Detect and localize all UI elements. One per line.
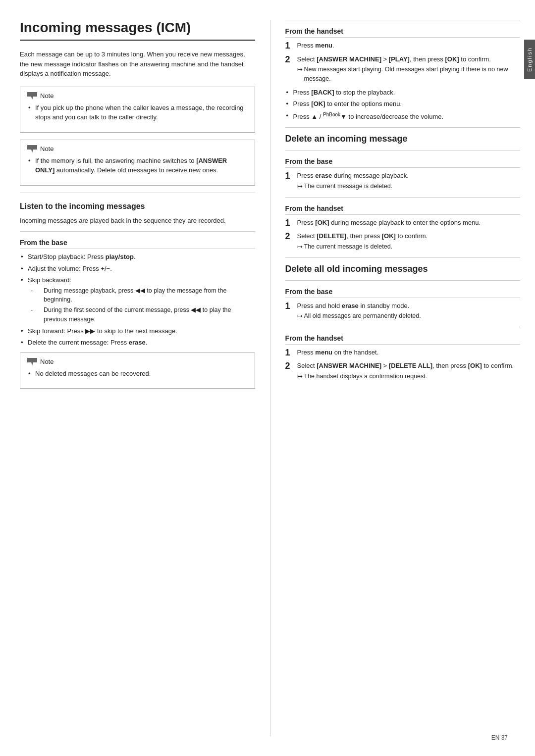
- step-sub: The current message is deleted.: [297, 242, 521, 252]
- handset1-bullets: Press [BACK] to stop the playback. Press…: [285, 88, 521, 122]
- note-header-2: Note: [27, 145, 248, 153]
- bullet-ok-options: Press [OK] to enter the options menu.: [285, 99, 521, 109]
- note-header-1: Note: [27, 92, 248, 100]
- step-content: Press [OK] during message playback to en…: [297, 218, 521, 229]
- step-num: 1: [285, 218, 293, 229]
- divider-3: [285, 127, 521, 128]
- base-delete-all-steps: 1 Press and hold erase in standby mode. …: [285, 301, 521, 321]
- page: English Incoming messages (ICM) Each mes…: [0, 0, 535, 756]
- note-text-1: If you pick up the phone when the caller…: [27, 103, 248, 122]
- left-column: Incoming messages (ICM) Each message can…: [20, 20, 270, 736]
- step-num: 1: [285, 41, 293, 51]
- bullet-back: Press [BACK] to stop the playback.: [285, 88, 521, 98]
- handset1-steps: 1 Press menu. 2 Select [ANSWER MACHINE] …: [285, 41, 521, 84]
- step-content: Press menu on the handset.: [297, 348, 521, 358]
- bullet-volume: Adjust the volume: Press +/−.: [20, 264, 255, 274]
- handset3-step-1: 1 Press menu on the handset.: [285, 348, 521, 358]
- note-header-3: Note: [27, 358, 248, 366]
- step-content: Select [ANSWER MACHINE] > [PLAY], then p…: [297, 54, 521, 84]
- delete-all-heading: Delete all old incoming messages: [285, 264, 521, 274]
- from-handset-1-heading: From the handset: [285, 27, 521, 38]
- right-top-divider: [285, 20, 521, 20]
- from-base-heading: From the base: [20, 239, 255, 249]
- skip-back-sub-1: During message playback, press ◀◀ to pla…: [36, 286, 255, 305]
- divider-1: [20, 193, 255, 193]
- handset2-step-2: 2 Select [DELETE], then press [OK] to co…: [285, 231, 521, 251]
- step-num: 1: [285, 171, 293, 191]
- listen-heading: Listen to the incoming messages: [20, 202, 255, 211]
- note-icon-2: [27, 145, 37, 153]
- handset2-steps: 1 Press [OK] during message playback to …: [285, 218, 521, 252]
- step-content: Select [DELETE], then press [OK] to conf…: [297, 231, 521, 251]
- skip-back-sub-2: During the first second of the current m…: [36, 305, 255, 324]
- listen-desc: Incoming messages are played back in the…: [20, 216, 255, 226]
- right-column: From the handset 1 Press menu. 2 Select …: [270, 20, 521, 736]
- step-sub: The handset displays a confirmation requ…: [297, 372, 521, 381]
- bullet-skip-fwd: Skip forward: Press ▶▶ to skip to the ne…: [20, 326, 255, 336]
- base-delete-steps: 1 Press erase during message playback. T…: [285, 171, 521, 191]
- handset3-step-2: 2 Select [ANSWER MACHINE] > [DELETE ALL]…: [285, 361, 521, 381]
- bullet-playstop: Start/Stop playback: Press play/stop.: [20, 252, 255, 262]
- bullet-delete-current: Delete the current message: Press erase.: [20, 338, 255, 348]
- note-box-1: Note If you pick up the phone when the c…: [20, 87, 255, 133]
- note-label-3: Note: [40, 358, 54, 365]
- divider-6: [285, 257, 521, 258]
- delete-incoming-heading: Delete an incoming message: [285, 134, 521, 144]
- divider-5: [285, 197, 521, 198]
- note-icon-1: [27, 92, 37, 100]
- base-delete-all-step-1: 1 Press and hold erase in standby mode. …: [285, 301, 521, 321]
- intro-text: Each message can be up to 3 minutes long…: [20, 50, 255, 79]
- note1-item: If you pick up the phone when the caller…: [27, 103, 248, 122]
- step-sub: New messages start playing. Old messages…: [297, 65, 521, 84]
- handset2-step-1: 1 Press [OK] during message playback to …: [285, 218, 521, 229]
- from-base-delete-heading: From the base: [285, 157, 521, 168]
- divider-8: [285, 327, 521, 327]
- note-label-2: Note: [40, 145, 54, 152]
- handset1-step-1: 1 Press menu.: [285, 41, 521, 51]
- handset3-steps: 1 Press menu on the handset. 2 Select [A…: [285, 348, 521, 381]
- note2-item: If the memory is full, the answering mac…: [27, 156, 248, 175]
- step-num: 2: [285, 54, 293, 84]
- note-text-3: No deleted messages can be recovered.: [27, 369, 248, 379]
- from-handset-3-heading: From the handset: [285, 334, 521, 345]
- divider-4: [285, 150, 521, 151]
- from-handset-2-heading: From the handset: [285, 204, 521, 215]
- note3-item: No deleted messages can be recovered.: [27, 369, 248, 379]
- bullet-volume-updown: Press ▲ / PhBook▼ to increase/decrease t…: [285, 111, 521, 122]
- step-content: Press and hold erase in standby mode. Al…: [297, 301, 521, 321]
- note-box-2: Note If the memory is full, the answerin…: [20, 140, 255, 186]
- divider-7: [285, 280, 521, 281]
- step-content: Press menu.: [297, 41, 521, 51]
- divider-2: [20, 231, 255, 232]
- step-num: 2: [285, 361, 293, 381]
- side-tab: English: [524, 40, 535, 79]
- content: Incoming messages (ICM) Each message can…: [0, 0, 535, 756]
- skip-back-sub: During message playback, press ◀◀ to pla…: [28, 286, 255, 324]
- bullet-skip-back: Skip backward: During message playback, …: [20, 275, 255, 324]
- note-icon-3: [27, 358, 37, 366]
- handset1-step-2: 2 Select [ANSWER MACHINE] > [PLAY], then…: [285, 54, 521, 84]
- step-num: 2: [285, 231, 293, 251]
- step-sub: The current message is deleted.: [297, 182, 521, 191]
- note-box-3: Note No deleted messages can be recovere…: [20, 353, 255, 389]
- step-sub: All old messages are permanently deleted…: [297, 311, 521, 321]
- step-content: Select [ANSWER MACHINE] > [DELETE ALL], …: [297, 361, 521, 381]
- step-num: 1: [285, 348, 293, 358]
- note-label-1: Note: [40, 92, 54, 100]
- page-footer: EN 37: [491, 734, 508, 741]
- step-num: 1: [285, 301, 293, 321]
- main-title: Incoming messages (ICM): [20, 20, 255, 41]
- from-base-delete-all-heading: From the base: [285, 288, 521, 298]
- step-content: Press erase during message playback. The…: [297, 171, 521, 191]
- from-base-bullets: Start/Stop playback: Press play/stop. Ad…: [20, 252, 255, 348]
- note-text-2: If the memory is full, the answering mac…: [27, 156, 248, 175]
- base-delete-step-1: 1 Press erase during message playback. T…: [285, 171, 521, 191]
